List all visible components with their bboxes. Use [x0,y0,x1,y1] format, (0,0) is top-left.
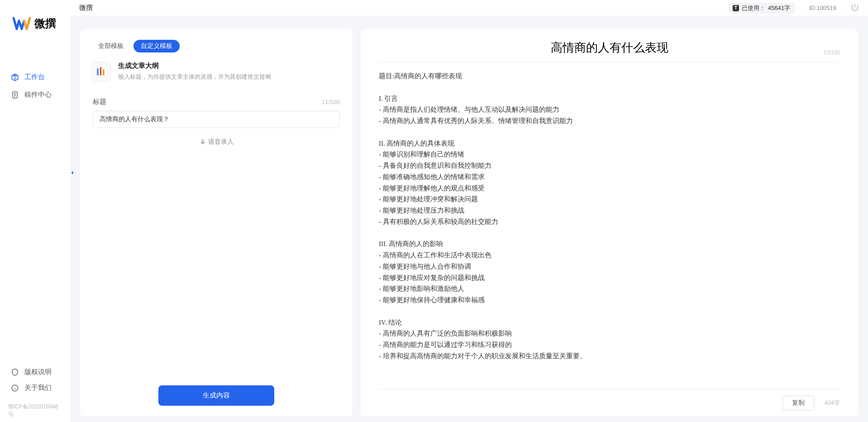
header-title: 微撰 [79,4,93,12]
info-icon [11,384,19,392]
mic-icon [200,139,206,145]
tab-custom-templates[interactable]: 自定义模板 [134,40,180,52]
sidebar-item-label: 关于我们 [24,384,52,392]
copy-button[interactable]: 复制 [782,396,814,410]
input-panel: 全部模板 自定义模板 生成文章大纲 输入标题，为你提供文章主体的灵感，并为其创建… [80,29,353,417]
template-title: 生成文章大纲 [118,62,342,70]
svg-rect-8 [202,140,204,143]
voice-input-label: 语音录入 [208,138,234,146]
sidebar: 微撰 工作台 稿件中心 版权 [0,0,70,422]
header: 微撰 T 已使用：45641字 ID:100519 [70,0,868,16]
sidebar-collapse-handle[interactable] [69,170,76,176]
sidebar-item-label: 稿件中心 [24,90,52,99]
template-icon [91,62,111,81]
sidebar-item-label: 版权说明 [24,368,52,376]
cube-icon [11,73,19,81]
template-desc: 输入标题，为你提供文章主体的灵感，并为其创建推文提纲 [118,73,342,81]
sidebar-item-workspace[interactable]: 工作台 [5,69,65,85]
sidebar-item-about[interactable]: 关于我们 [5,380,65,396]
tab-all-templates[interactable]: 全部模板 [91,40,131,52]
template-card: 生成文章大纲 输入标题，为你提供文章主体的灵感，并为其创建推文提纲 [80,58,353,90]
usage-value: 45641字 [768,4,790,12]
sidebar-item-copyright[interactable]: 版权说明 [5,364,65,380]
sidebar-nav: 工作台 稿件中心 [0,69,70,103]
icp-text: 鄂ICP备2022016946号 [0,399,70,422]
usage-badge[interactable]: T 已使用：45641字 [728,3,795,14]
sidebar-item-drafts[interactable]: 稿件中心 [5,87,65,103]
title-input[interactable] [93,111,340,128]
document-icon [11,91,19,99]
logo-icon [13,16,31,31]
logo-text: 微撰 [34,16,56,31]
title-label: 标题 [93,98,106,106]
output-title: 高情商的人有什么表现 [379,40,840,56]
power-icon[interactable] [851,3,859,13]
output-body: 题目:高情商的人有哪些表现 I. 引言 - 高情商是指人们处理情绪、与他人互动以… [361,62,858,389]
output-panel: 高情商的人有什么表现 10/100 题目:高情商的人有哪些表现 I. 引言 - … [361,29,858,417]
output-char-count: 404字 [824,399,840,407]
shield-icon [11,368,19,376]
template-tabs: 全部模板 自定义模板 [80,29,353,58]
sidebar-item-label: 工作台 [24,73,45,81]
voice-input-link[interactable]: 语音录入 [93,138,340,146]
generate-button[interactable]: 生成内容 [158,385,274,406]
output-title-count: 10/100 [823,49,840,56]
user-id: ID:100519 [809,5,836,11]
app-logo: 微撰 [0,16,70,69]
usage-label: 已使用： [742,4,765,12]
text-icon: T [733,5,739,11]
title-count: 11/100 [322,99,340,105]
